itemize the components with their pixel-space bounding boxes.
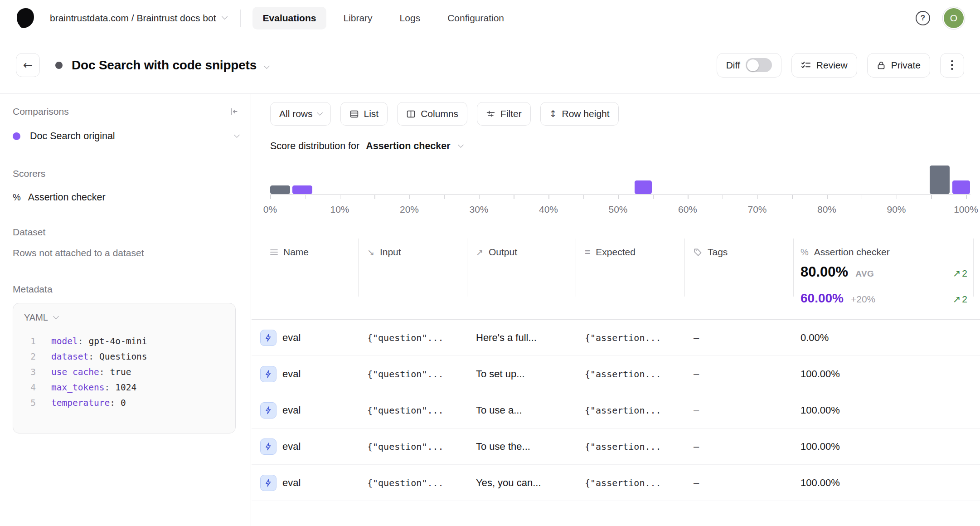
lightning-bolt-icon: [264, 370, 273, 378]
x-axis-tick-label: 10%: [330, 204, 349, 215]
dataset-note: Rows not attached to a dataset: [13, 248, 239, 258]
row-score: 100.00%: [800, 441, 840, 453]
review-button[interactable]: Review: [791, 53, 857, 78]
histogram-bar-current[interactable]: [292, 185, 312, 194]
metadata-yaml-box: YAML 1 model: gpt-4o-mini 2 dataset: Que…: [13, 303, 236, 433]
histogram-bar-current[interactable]: [952, 180, 970, 194]
comparisons-heading: Comparisons: [13, 106, 69, 117]
table-row[interactable]: eval {"question"... To use the... {"asse…: [252, 429, 980, 465]
yaml-line: 4 max_tokens: 1024: [24, 380, 224, 395]
column-header-expected[interactable]: = Expected: [585, 247, 636, 258]
diff-toggle-button[interactable]: Diff: [717, 53, 781, 78]
sidebar: Comparisons Doc Search original Scorers …: [0, 94, 251, 526]
table-row[interactable]: eval {"question"... Yes, you can... {"as…: [252, 465, 980, 501]
lightning-bolt-icon: [264, 478, 273, 487]
row-tags: –: [694, 332, 699, 344]
row-input: {"question"...: [367, 477, 444, 488]
lightning-bolt-icon: [264, 333, 273, 342]
yaml-value: 1024: [115, 380, 136, 395]
x-axis-tick-label: 100%: [954, 204, 978, 215]
breadcrumb-text: braintrustdata.com / Braintrust docs bot: [50, 13, 216, 24]
yaml-code: 1 model: gpt-4o-mini 2 dataset: Question…: [24, 334, 224, 411]
x-axis-tick-label: 70%: [747, 204, 767, 215]
line-number: 4: [24, 380, 36, 395]
tab-logs[interactable]: Logs: [389, 7, 431, 29]
private-button[interactable]: Private: [867, 53, 930, 78]
tab-evaluations[interactable]: Evaluations: [252, 7, 327, 29]
tab-configuration[interactable]: Configuration: [437, 7, 514, 29]
histogram-bar-comparison[interactable]: [270, 185, 290, 194]
x-axis-tick-label: 50%: [608, 204, 627, 215]
line-number: 2: [24, 349, 36, 365]
column-header-name[interactable]: Name: [270, 247, 309, 258]
yaml-line: 5 temperature: 0: [24, 395, 224, 411]
row-output: To set up...: [476, 368, 525, 380]
avatar[interactable]: O: [944, 8, 964, 28]
line-number: 3: [24, 365, 36, 380]
all-rows-dropdown[interactable]: All rows: [270, 102, 331, 126]
table-row[interactable]: eval {"question"... Here's a full... {"a…: [252, 320, 980, 356]
comparison-chevron-down-icon: [234, 132, 240, 138]
title-chevron-down-icon[interactable]: [264, 63, 270, 69]
x-axis-tick-label: 30%: [469, 204, 488, 215]
avg-trend: ↗ 2: [953, 268, 967, 279]
table-toolbar: All rows List Columns Filter ↕ Row heigh…: [270, 102, 619, 126]
score-summary-comparison: 60.00% +20% ↗ 2: [800, 291, 967, 306]
comparison-item[interactable]: Doc Search original: [13, 131, 239, 142]
yaml-key: model: [51, 334, 78, 349]
column-header-tags[interactable]: Tags: [694, 247, 728, 258]
table-row[interactable]: eval {"question"... To use a... {"assert…: [252, 392, 980, 429]
row-expected: {"assertion...: [585, 441, 661, 452]
column-label: Assertion checker: [814, 247, 890, 258]
list-view-button[interactable]: List: [340, 102, 388, 126]
score-distribution-selector[interactable]: Score distribution for Assertion checker: [270, 141, 463, 152]
row-name: eval: [282, 441, 301, 453]
help-icon[interactable]: ?: [916, 11, 930, 25]
experiment-color-dot: [13, 132, 20, 140]
row-input: {"question"...: [367, 405, 444, 416]
comparison-trend: ↗ 2: [953, 294, 967, 305]
column-label: Input: [380, 247, 401, 258]
scorer-item-label: Assertion checker: [28, 192, 106, 203]
filter-button[interactable]: Filter: [477, 102, 531, 126]
experiment-status-dot: [55, 62, 63, 69]
filter-icon: [486, 109, 495, 119]
arrow-up-right-icon: ↗: [476, 247, 483, 257]
column-header-output[interactable]: ↗ Output: [476, 247, 517, 258]
row-name: eval: [282, 332, 301, 344]
yaml-language-selector[interactable]: YAML: [24, 312, 224, 323]
score-distribution-prefix: Score distribution for: [270, 141, 359, 152]
table-row[interactable]: eval {"question"... To set up... {"asser…: [252, 356, 980, 392]
project-breadcrumb[interactable]: braintrustdata.com / Braintrust docs bot: [50, 13, 227, 24]
row-tags: –: [694, 368, 699, 380]
column-header-input[interactable]: ↘ Input: [367, 247, 401, 258]
row-tags: –: [694, 477, 699, 489]
row-expected: {"assertion...: [585, 405, 661, 416]
more-options-button[interactable]: [940, 53, 964, 78]
histogram-bar-comparison[interactable]: [930, 166, 950, 194]
private-label: Private: [891, 60, 921, 71]
collapse-sidebar-button[interactable]: [229, 107, 239, 117]
back-button[interactable]: ←: [16, 53, 40, 77]
page-title: Doc Search with code snippets: [72, 58, 257, 73]
tab-library[interactable]: Library: [333, 7, 383, 29]
score-summary-avg: 80.00% AVG ↗ 2: [800, 264, 967, 280]
row-expected: {"assertion...: [585, 332, 661, 343]
row-output: To use the...: [476, 441, 530, 453]
main-content: All rows List Columns Filter ↕ Row heigh…: [252, 94, 980, 526]
histogram-bar-current[interactable]: [635, 180, 652, 194]
trend-count: 2: [962, 294, 967, 305]
scorer-item[interactable]: % Assertion checker: [13, 192, 239, 203]
columns-button[interactable]: Columns: [397, 102, 467, 126]
row-input: {"question"...: [367, 369, 444, 380]
row-score: 100.00%: [800, 477, 840, 489]
row-output: Here's a full...: [476, 332, 537, 344]
column-header-score[interactable]: % Assertion checker: [800, 247, 890, 258]
row-height-button[interactable]: ↕ Row height: [540, 102, 619, 126]
table-body: eval {"question"... Here's a full... {"a…: [252, 320, 980, 501]
percent-icon: %: [13, 192, 21, 203]
row-tags: –: [694, 441, 699, 453]
diff-toggle[interactable]: [746, 58, 772, 72]
yaml-value: Questions: [99, 349, 147, 365]
chevron-down-icon: [317, 110, 323, 116]
